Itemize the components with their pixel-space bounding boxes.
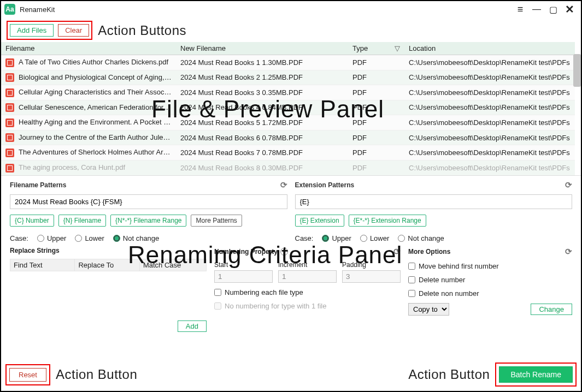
cell-type: PDF [348,115,404,130]
col-newfilename[interactable]: New Filename [176,42,348,55]
pattern-panels: Filename Patterns⟳ {C} Number {N} Filena… [1,176,581,245]
filename-patterns-title: Filename Patterns [10,181,66,189]
reload-icon[interactable]: ⟳ [393,247,401,257]
radio-notchange[interactable]: Not change [398,234,444,242]
reload-icon[interactable]: ⟳ [565,247,572,257]
cell-location: C:\Users\mobeesoft\Desktop\RenameKit tes… [404,145,575,161]
change-button[interactable]: Change [531,304,572,315]
radio-upper[interactable]: Upper [322,234,351,242]
table-row[interactable]: Healthy Aging and the Environment. A Poc… [1,115,575,130]
chk-no-numbering-1[interactable]: No numbering for type with 1 file [214,302,401,310]
menu-icon[interactable]: ≡ [512,3,528,16]
cell-type: PDF [348,70,404,85]
chk-delete-number[interactable]: Delete number [408,276,572,284]
tag-filename-range[interactable]: {N*-*} Filename Range [110,215,186,227]
table-row[interactable]: Journey to the Centre of the Earth Autho… [1,130,575,145]
col-replace: Replace To [75,259,139,271]
cell-filename: A Tale of Two Cities Author Charles Dick… [1,55,176,70]
radio-upper[interactable]: Upper [37,234,66,242]
annotation-label: Action Button [408,367,490,382]
minimize-icon[interactable]: — [528,3,545,16]
col-find: Find Text [10,259,75,271]
col-matchcase: Match Case [139,259,206,271]
reload-icon[interactable]: ⟳ [280,180,287,190]
title-bar: Aa RenameKit ≡ — ▢ ✕ [1,1,581,17]
cell-type: PDF [348,55,404,70]
tag-extension-range[interactable]: {E*-*} Extension Range [349,215,426,227]
col-location[interactable]: Location [404,42,575,55]
cell-newname: 2024 Must Read Books 8 0.30MB.PDF [176,160,348,175]
maximize-icon[interactable]: ▢ [545,3,561,16]
tag-number[interactable]: {C} Number [10,215,54,227]
col-filename[interactable]: Filename [1,42,176,55]
numbering-panel: Numbering Property?⟳ Start Increment Pad… [214,247,401,332]
increment-input[interactable] [278,270,337,283]
tag-extension[interactable]: {E} Extension [295,215,344,227]
cell-type: PDF [348,100,404,115]
close-icon[interactable]: ✕ [561,3,578,16]
cell-filename: Cellular Senescence, American Federation… [1,100,176,115]
padding-input[interactable] [342,270,401,283]
table-row[interactable]: The Adventures of Sherlock Holmes Author… [1,145,575,161]
table-row[interactable]: Biological and Physiological Concept of … [1,70,575,85]
chk-move-behind[interactable]: Move behind first number [408,262,572,270]
replace-body [10,271,207,317]
table-row[interactable]: The aging process, Cora Hunt.pdf2024 Mus… [1,160,575,175]
cell-filename: Healthy Aging and the Environment. A Poc… [1,115,176,130]
pdf-icon [5,118,14,127]
help-icon[interactable]: ? [280,248,288,256]
cell-filename: The aging process, Cora Hunt.pdf [1,160,176,175]
extension-pattern-input[interactable] [295,194,573,209]
add-files-button[interactable]: Add Files [10,24,54,37]
radio-lower[interactable]: Lower [75,234,104,242]
clear-button[interactable]: Clear [58,24,89,37]
cell-location: C:\Users\mobeesoft\Desktop\RenameKit tes… [404,160,575,175]
cell-newname: 2024 Must Read Books 1 1.30MB.PDF [176,55,348,70]
batch-rename-button[interactable]: Batch Rename [499,366,573,383]
scrollbar-thumb[interactable] [573,54,581,87]
app-icon: Aa [4,4,15,15]
table-row[interactable]: A Tale of Two Cities Author Charles Dick… [1,55,575,70]
col-type[interactable]: Type▽ [348,42,404,55]
radio-lower[interactable]: Lower [360,234,389,242]
tag-more-patterns[interactable]: More Patterns [191,215,242,227]
chk-delete-non-number[interactable]: Delete non number [408,289,572,298]
annotation-box: Batch Rename [495,363,577,387]
cell-type: PDF [348,130,404,145]
reset-button[interactable]: Reset [9,368,46,382]
chk-numbering-each[interactable]: Numbering each file type [214,288,401,296]
pdf-icon [5,58,14,67]
filename-pattern-input[interactable] [10,194,287,209]
cell-location: C:\Users\mobeesoft\Desktop\RenameKit tes… [404,130,575,145]
cell-type: PDF [348,145,404,161]
footer: Reset Action Button Action Button Batch … [1,363,581,387]
cell-newname: 2024 Must Read Books 6 0.78MB.PDF [176,130,348,145]
radio-notchange[interactable]: Not change [113,234,160,242]
pdf-icon [5,88,14,97]
case-label: Case: [295,234,314,242]
app-title: RenameKit [20,5,55,14]
pdf-icon [5,103,14,112]
start-input[interactable] [214,270,273,283]
tag-filename[interactable]: {N} Filename [58,215,106,227]
extension-patterns-panel: Extension Patterns⟳ {E} Extension {E*-*}… [295,180,573,242]
case-label: Case: [10,234,28,242]
annotation-box: Add Files Clear [7,21,92,40]
cell-filename: Journey to the Centre of the Earth Autho… [1,130,176,145]
copyto-select[interactable]: Copy to [408,303,449,316]
cell-location: C:\Users\mobeesoft\Desktop\RenameKit tes… [404,100,575,115]
extension-patterns-title: Extension Patterns [295,181,355,189]
table-row[interactable]: Cellular Aging Characteristics and Their… [1,85,575,100]
cell-location: C:\Users\mobeesoft\Desktop\RenameKit tes… [404,115,575,130]
cell-type: PDF [348,85,404,100]
replace-title: Replace Strings [10,247,60,254]
replace-table: Find Text Replace To Match Case [10,259,207,271]
table-row[interactable]: Cellular Senescence, American Federation… [1,100,575,115]
add-replace-button[interactable]: Add [178,320,207,332]
lower-panels: Replace Strings Find Text Replace To Mat… [1,245,581,334]
top-toolbar: Add Files Clear Action Buttons [1,17,581,42]
cell-newname: 2024 Must Read Books 5 1.72MB.PDF [176,115,348,130]
reload-icon[interactable]: ⟳ [565,180,572,190]
pdf-icon [5,73,14,82]
filter-icon[interactable]: ▽ [395,44,400,52]
